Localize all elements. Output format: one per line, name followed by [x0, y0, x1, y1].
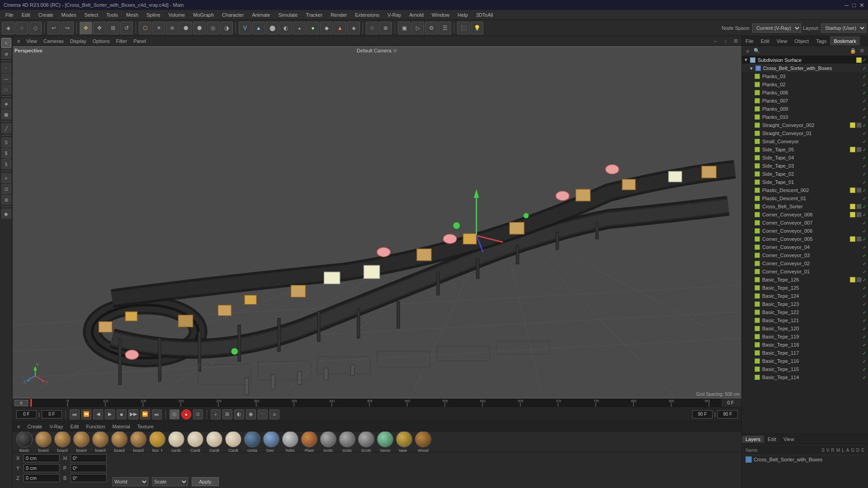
b-size-input[interactable]: [71, 474, 107, 482]
item-visible[interactable]: ✓: [863, 188, 866, 193]
mat-menu-icon[interactable]: ≡: [14, 423, 23, 430]
next-key-btn[interactable]: ⏩: [140, 409, 150, 419]
crossbelt-visible[interactable]: ✓: [863, 66, 866, 71]
tool-snap[interactable]: ⊡: [1, 184, 11, 194]
material-item-cardt1[interactable]: Cardt: [187, 432, 203, 452]
vt-menu-icon[interactable]: ≡: [14, 38, 23, 45]
item-visible[interactable]: ✓: [863, 147, 866, 152]
nurbs-btn[interactable]: ⬣: [179, 22, 192, 34]
render-settings-btn[interactable]: ⚙: [425, 22, 438, 34]
material-item-board2[interactable]: board: [54, 432, 71, 452]
model-mode-btn[interactable]: ◈: [2, 22, 14, 34]
menu-character[interactable]: Character: [218, 11, 247, 19]
hier-item-basic-tepe-122[interactable]: Basic_Tepe_122 ✓: [742, 308, 868, 316]
material-item-cardt2[interactable]: Cardt: [206, 432, 222, 452]
hier-item-basic-tepe-118[interactable]: Basic_Tepe_118 ✓: [742, 341, 868, 349]
floor-btn[interactable]: ⬛: [457, 22, 470, 34]
object-btn[interactable]: ◑: [220, 22, 233, 34]
menu-vray[interactable]: V-Ray: [384, 11, 405, 19]
item-visible[interactable]: ✓: [863, 172, 866, 177]
hier-item-corner-conveyor-005[interactable]: Corner_Conveyor_005 ✓: [742, 235, 868, 243]
y-position-input[interactable]: [24, 464, 60, 472]
hier-item-side-tape-04[interactable]: Side_Tape_04 ✓: [742, 154, 868, 162]
tool-line[interactable]: ╱: [1, 123, 11, 133]
tool-s2[interactable]: $: [1, 148, 11, 158]
hier-item-planks-006[interactable]: Planks_006 ✓: [742, 89, 868, 97]
coord-system-select[interactable]: World Object: [112, 477, 148, 486]
vt-cameras[interactable]: Cameras: [41, 38, 66, 45]
menu-extensions[interactable]: Extensions: [351, 11, 383, 19]
mat-material-menu[interactable]: Material: [110, 423, 133, 430]
item-visible[interactable]: ✓: [863, 326, 866, 331]
hier-item-basic-tepe-117[interactable]: Basic_Tepe_117 ✓: [742, 349, 868, 357]
tab-tags[interactable]: Tags: [812, 36, 830, 46]
hier-item-basic-tepe-125[interactable]: Basic_Tepe_125 ✓: [742, 284, 868, 292]
hier-item-side-tape-03[interactable]: Side_Tape_03 ✓: [742, 162, 868, 170]
menu-3dtoall[interactable]: 3DToAll: [472, 11, 497, 19]
current-frame-input[interactable]: [16, 410, 37, 418]
hier-item-corner-conveyor-01[interactable]: Corner_Conveyor_01 ✓: [742, 267, 868, 276]
mat-edit-menu[interactable]: Edit: [67, 423, 81, 430]
fps-input[interactable]: [717, 410, 738, 418]
material-item-scotc2[interactable]: scotc: [339, 432, 355, 452]
item-visible[interactable]: ✓: [863, 115, 866, 120]
tool-edges[interactable]: —: [1, 74, 11, 84]
item-visible[interactable]: ✓: [863, 245, 866, 250]
vt-options[interactable]: Options: [90, 38, 113, 45]
menu-simulate[interactable]: Simulate: [275, 11, 302, 19]
hier-item-basic-tepe-116[interactable]: Basic_Tepe_116 ✓: [742, 357, 868, 365]
item-visible[interactable]: ✓: [863, 294, 866, 299]
hier-search-btn[interactable]: 🔍: [753, 47, 761, 55]
item-visible[interactable]: ✓: [863, 164, 866, 169]
item-visible[interactable]: ✓: [863, 99, 866, 103]
mat-function-menu[interactable]: Function: [83, 423, 108, 430]
item-visible[interactable]: ✓: [863, 204, 866, 209]
vray-btn8[interactable]: ▲: [334, 22, 346, 34]
rotate-tool-btn[interactable]: ↺: [120, 22, 133, 34]
go-end-btn[interactable]: ⏭: [152, 409, 162, 419]
layers-tab-layers[interactable]: Layers: [742, 436, 764, 443]
keyframe-btn[interactable]: ◎: [170, 409, 179, 419]
motion-clip-btn[interactable]: +: [211, 409, 221, 419]
item-visible[interactable]: ✓: [863, 221, 866, 225]
scale-tool-btn[interactable]: ⊞: [107, 22, 119, 34]
tool-sphere[interactable]: ◉: [1, 209, 11, 219]
vray-btn9[interactable]: ◈: [347, 22, 360, 34]
material-item-board5[interactable]: board: [111, 432, 127, 452]
x-position-input[interactable]: [24, 454, 60, 462]
menu-animate[interactable]: Animate: [248, 11, 274, 19]
object-mode-btn[interactable]: ○: [15, 22, 28, 34]
tool-layers[interactable]: ≡: [1, 173, 11, 183]
deform-btn[interactable]: ⬢: [193, 22, 206, 34]
menu-mesh[interactable]: Mesh: [123, 11, 142, 19]
hier-item-cross-belt-sorter[interactable]: Cross_Belt_Sorter ✓: [742, 202, 868, 211]
item-visible[interactable]: ✓: [863, 261, 866, 266]
material-item-scotc1[interactable]: scotc: [320, 432, 336, 452]
item-visible[interactable]: ✓: [863, 318, 866, 323]
tab-view[interactable]: View: [773, 36, 791, 46]
item-visible[interactable]: ✓: [863, 269, 866, 274]
hier-item-corner-conveyor-03[interactable]: Corner_Conveyor_03 ✓: [742, 251, 868, 259]
hier-item-planks-03[interactable]: Planks_03 ✓: [742, 72, 868, 80]
hier-item-basic-tepe-123[interactable]: Basic_Tepe_123 ✓: [742, 300, 868, 308]
material-item-secor[interactable]: Secor: [377, 432, 393, 452]
tool-s3[interactable]: §: [1, 159, 11, 169]
item-visible[interactable]: ✓: [863, 359, 866, 364]
item-visible[interactable]: ✓: [863, 302, 866, 307]
hier-item-corner-conveyor-006[interactable]: Corner_Conveyor_006 ✓: [742, 227, 868, 235]
hier-item-small-conveyor[interactable]: Small_Conveyor ✓: [742, 137, 868, 145]
material-item-cardc[interactable]: cardc: [168, 432, 184, 452]
light2-btn[interactable]: 💡: [471, 22, 483, 34]
motion-clip4-btn[interactable]: ◉: [246, 409, 256, 419]
tab-file[interactable]: File: [742, 36, 757, 46]
hier-item-plastic-descent-002[interactable]: Plastic_Descent_002 ✓: [742, 186, 868, 194]
end-frame-input[interactable]: [692, 410, 712, 418]
vray-btn7[interactable]: ◆: [320, 22, 333, 34]
motion-clip3-btn[interactable]: ◐: [234, 409, 244, 419]
material-item-geo[interactable]: Geo_: [263, 432, 279, 452]
menu-volume[interactable]: Volume: [165, 11, 189, 19]
hier-item-basic-tepe-114[interactable]: Basic_Tepe_114 ✓: [742, 373, 868, 381]
layout-select[interactable]: Startup (User): [821, 23, 866, 33]
motion-clip2-btn[interactable]: ⊞: [222, 409, 232, 419]
render-queue-btn[interactable]: ☰: [439, 22, 451, 34]
